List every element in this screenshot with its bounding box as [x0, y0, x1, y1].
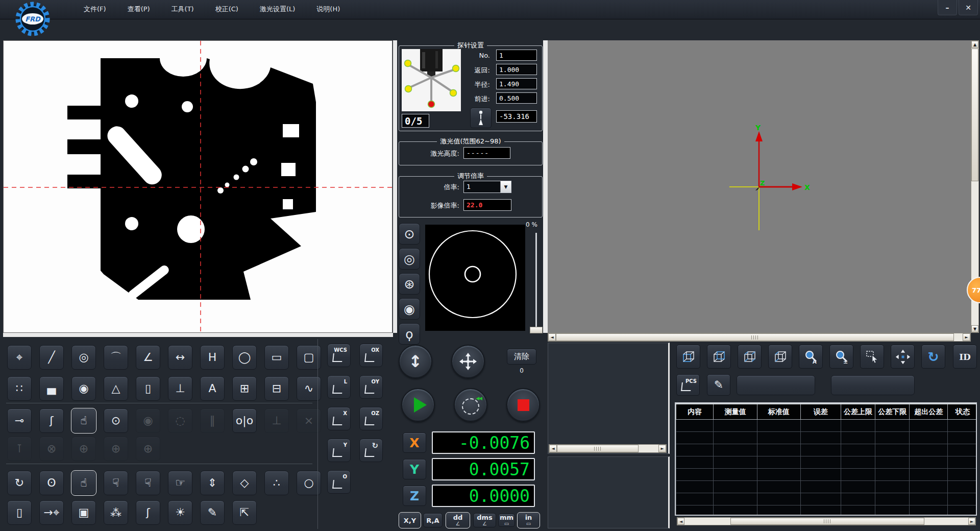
probe-calibrate-button[interactable]: [470, 108, 492, 128]
csys-wcs-button[interactable]: WCS: [327, 344, 351, 367]
results-column-header[interactable]: 误差: [800, 404, 841, 420]
slot-vertical-button[interactable]: ▯: [7, 500, 32, 525]
results-column-header[interactable]: 公差上限: [841, 404, 875, 420]
fit-arc-points-button[interactable]: ∴: [264, 471, 289, 495]
scroll-right-icon[interactable]: ►: [658, 445, 666, 452]
feature-list-hscrollbar[interactable]: ◄ ►: [549, 444, 667, 453]
chevron-down-icon[interactable]: ▼: [500, 181, 511, 192]
measure-circle-button[interactable]: ◎: [71, 345, 96, 370]
pan-view-button[interactable]: [891, 345, 915, 369]
point-cloud-button[interactable]: ∷: [7, 376, 32, 401]
caliper-button[interactable]: ⇕: [200, 471, 225, 495]
scroll-left-icon[interactable]: ◄: [677, 518, 684, 525]
multi-ring-light-button[interactable]: ◉: [399, 298, 420, 320]
probe-advance-field[interactable]: 0.500: [496, 92, 537, 104]
axis-y-button[interactable]: Y: [403, 459, 426, 479]
zoom-scale-button[interactable]: ±: [829, 345, 853, 369]
measure-line-button[interactable]: ╱: [39, 345, 64, 370]
measure-width-button[interactable]: ↔: [168, 345, 192, 370]
program-list-box[interactable]: [548, 456, 670, 528]
csys-l-button[interactable]: L: [327, 375, 351, 399]
hand-select-button[interactable]: ☝: [71, 408, 96, 433]
table-row[interactable]: [676, 456, 977, 469]
splitter-bottom-left[interactable]: [3, 333, 393, 337]
measure-angle-button[interactable]: ∠: [136, 345, 160, 370]
menu-tools[interactable]: 工具(T): [164, 0, 201, 18]
show-eye-button[interactable]: ʘ: [39, 471, 64, 495]
probe-z-offset-field[interactable]: -53.316: [496, 110, 537, 123]
measure-plane-button[interactable]: ▄: [39, 376, 64, 401]
probe-return-field[interactable]: 1.000: [496, 64, 537, 75]
scroll-left-icon[interactable]: ◄: [549, 445, 557, 452]
table-row[interactable]: [676, 481, 977, 493]
light-ring-display[interactable]: [425, 225, 525, 331]
probe-no-field[interactable]: 1: [496, 50, 537, 61]
results-hscrollbar[interactable]: ◄ ►: [677, 517, 976, 525]
measure-distance-button[interactable]: H: [200, 345, 225, 370]
ring-light-button[interactable]: ⊙: [399, 223, 420, 245]
coaxial-light-button[interactable]: ◎: [399, 248, 420, 270]
scatter-scan-button[interactable]: ⁂: [104, 500, 128, 525]
unit-mm-button[interactable]: mm▭: [498, 514, 515, 527]
csys-y-button[interactable]: Y: [327, 439, 351, 462]
scroll-right-icon[interactable]: ►: [968, 518, 975, 525]
minimize-button[interactable]: –: [938, 0, 957, 15]
measure-rectangle-button[interactable]: ▭: [264, 345, 289, 370]
angle-dd-button[interactable]: dd∠: [446, 513, 470, 528]
measure-cone-button[interactable]: △: [104, 376, 128, 401]
unit-in-button[interactable]: in▭: [518, 513, 540, 528]
hand-trace-button[interactable]: ☟: [136, 471, 160, 495]
image-capture-button[interactable]: ▣: [71, 500, 96, 525]
image-mag-field[interactable]: 22.0: [463, 199, 511, 211]
results-column-header[interactable]: 状态: [947, 404, 977, 420]
splitter-left[interactable]: [393, 40, 397, 333]
view-cube-left-button[interactable]: [738, 345, 762, 369]
spline-button[interactable]: ʃ: [39, 408, 64, 433]
table-row[interactable]: [676, 444, 977, 456]
xy-move-button[interactable]: [451, 345, 485, 378]
play-button[interactable]: [401, 388, 435, 422]
ratio-combobox[interactable]: 1 ▼: [463, 181, 511, 193]
view-cube-front-button[interactable]: [676, 345, 700, 369]
blank-field-2[interactable]: [831, 375, 915, 395]
clear-button[interactable]: 清除: [507, 349, 536, 365]
csys-x-button[interactable]: X: [327, 407, 351, 430]
feature-list-box[interactable]: ◄ ►: [548, 343, 670, 454]
measure-arc-button[interactable]: ⌒: [104, 345, 128, 370]
results-column-header[interactable]: 超出公差: [910, 404, 947, 420]
table-row[interactable]: [676, 505, 977, 516]
concentric-circle-button[interactable]: ◉: [71, 376, 96, 401]
copy-feature-button[interactable]: ⊞: [232, 376, 257, 401]
axis-origin-button[interactable]: ⊥: [168, 376, 192, 401]
menu-view[interactable]: 查看(P): [120, 0, 157, 18]
view-cube-back-button[interactable]: [707, 345, 731, 369]
bulb-light-button[interactable]: ϙ: [399, 323, 420, 345]
menu-help[interactable]: 说明(H): [309, 0, 347, 18]
coords-xy-button[interactable]: X,Y: [399, 513, 421, 528]
view-3d[interactable]: Y X Z: [548, 40, 971, 333]
csys-oz-button[interactable]: OZ: [359, 407, 383, 430]
measure-cylinder-button[interactable]: ▯: [136, 376, 160, 401]
results-column-header[interactable]: 标准值: [757, 404, 800, 420]
results-column-header[interactable]: 公差下限: [875, 404, 910, 420]
table-row[interactable]: [676, 493, 977, 505]
axis-x-button[interactable]: X: [403, 432, 426, 453]
move-feature-button[interactable]: ⊟: [264, 376, 289, 401]
s-curve-button[interactable]: ʃ: [136, 500, 160, 525]
csys-o-button[interactable]: O: [327, 470, 351, 494]
menu-laser-settings[interactable]: 激光设置(L): [253, 0, 302, 18]
scroll-left-icon[interactable]: ◄: [548, 333, 556, 341]
table-row[interactable]: [676, 420, 977, 432]
edit-button[interactable]: ✎: [707, 374, 730, 396]
menu-calibration[interactable]: 校正(C): [208, 0, 246, 18]
angle-dms-button[interactable]: dms∠: [473, 513, 496, 527]
results-table[interactable]: 内容测量值标准值误差公差上限公差下限超出公差状态: [676, 403, 977, 516]
scroll-up-icon[interactable]: ▲: [971, 41, 978, 48]
rotate-view-button[interactable]: ↻: [921, 345, 945, 369]
z-move-button[interactable]: ↕: [399, 345, 432, 378]
results-column-header[interactable]: 内容: [676, 404, 714, 420]
pcs-button[interactable]: PCS: [676, 374, 700, 396]
blank-field-1[interactable]: [737, 375, 815, 395]
measure-ellipse-button[interactable]: ◯: [232, 345, 257, 370]
probe-navigate-button[interactable]: ⇱: [232, 500, 257, 525]
